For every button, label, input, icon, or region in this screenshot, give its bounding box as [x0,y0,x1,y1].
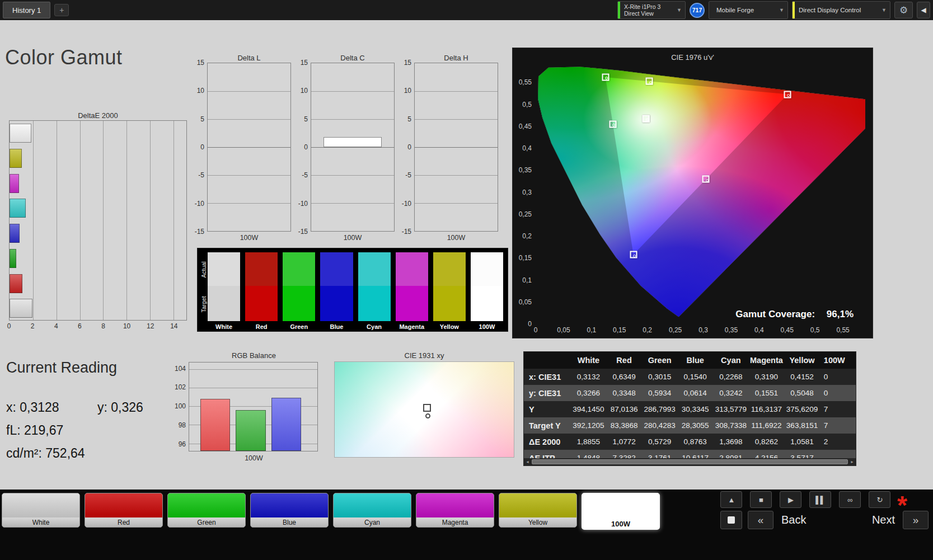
pattern-button-yellow[interactable]: Yellow [499,493,577,528]
y-value: y: 0,326 [97,400,143,415]
pattern-label: Red [85,517,162,527]
xy-measured-marker [425,413,430,418]
square-icon [728,516,735,524]
x-tick-label: 0,5 [810,326,820,334]
prev-page-button[interactable]: « [748,511,773,529]
gridline [415,91,498,92]
display-status-accent [793,2,795,18]
swatch-label: Cyan [358,323,391,330]
actual-swatch [433,252,466,286]
pattern-button-white[interactable]: White [2,493,80,528]
gridline [208,175,290,176]
scrollbar-thumb[interactable] [532,459,848,464]
scroll-left-arrow[interactable]: ◄ [524,458,531,465]
pattern-label: Cyan [334,517,411,527]
cell: 392,1205 [571,421,607,430]
green-target-marker [602,73,609,81]
red-target-marker [784,91,791,98]
y-tick-label: 0,45 [519,123,532,130]
cell: 0,5729 [642,437,678,446]
gridline [174,121,174,320]
rgb-balance-plot-area [189,362,318,451]
history-tab[interactable]: History 1 [3,2,50,18]
display-control-dropdown[interactable]: Direct Display Control ▼ [792,1,890,19]
swatch-label: Green [283,323,315,330]
scroll-right-arrow[interactable]: ► [848,458,856,465]
pause-button[interactable]: ▌▌ [809,491,831,508]
delta-c-y-axis: 151050-5-10-15 [295,63,311,232]
swatch-label: Red [245,323,278,330]
play-button[interactable]: ▶ [780,491,801,508]
top-toolbar: History 1 + X-Rite i1Pro 3 Direct View ▼… [0,0,933,20]
meter-mode-label: Direct View [624,10,660,17]
y-tick-label: -15 [298,228,308,236]
x-tick-label: 0,2 [643,326,652,334]
swatch-magenta: Magenta [396,252,428,331]
cell: 363,8151 [784,421,820,430]
cell: 28,3055 [677,421,713,430]
rgb-bar-red [200,399,231,451]
y-tick-label: 0 [407,143,411,151]
actual-swatch [283,252,315,286]
back-label[interactable]: Back [779,514,808,526]
fl-readout: fL: 219,67 [6,423,143,438]
table-horizontal-scrollbar[interactable]: ◄ ► [524,458,856,465]
pattern-swatch [168,493,245,517]
white-target-marker [643,115,650,122]
column-header: White [571,356,607,365]
pattern-swatch [499,493,576,517]
x-tick-label: 14 [170,322,177,330]
gridline [311,203,394,204]
cell: 313,5779 [713,405,749,413]
loop-button[interactable]: ∞ [839,491,861,508]
pattern-label: Magenta [416,517,494,527]
row-label: Target Y [524,421,571,430]
eject-button[interactable]: ▲ [720,491,742,508]
chevron-down-icon: ▼ [875,7,887,13]
measurement-table-rows: WhiteRedGreenBlueCyanMagentaYellow100Wx:… [524,352,856,466]
chart-title: Delta C [311,54,395,62]
x-tick-label: 6 [78,322,82,330]
swatch-100w: 100W [471,252,503,331]
pattern-button-100w[interactable]: 100W [582,493,660,530]
gamut-coverage-readout: Gamut Coverage: 96,1% [735,309,854,320]
x-tick-label: 2 [31,322,35,330]
actual-swatch [320,252,353,286]
xy-readout: x: 0,3128 y: 0,326 [6,400,143,415]
pattern-button-cyan[interactable]: Cyan [333,493,411,528]
meter-count-badge[interactable]: 717 [690,3,705,18]
swatch-green: Green [283,252,315,331]
cell: 0,3348 [606,389,642,397]
gridline [415,203,498,204]
y-tick-label: 0,55 [519,78,532,86]
pattern-swatch [85,493,162,517]
delta-c-chart: Delta C 151050-5-10-15 100W [295,54,395,242]
pattern-button-green[interactable]: Green [167,493,246,528]
pattern-button-red[interactable]: Red [85,493,163,528]
swatch-label: Blue [320,323,353,330]
pattern-button-blue[interactable]: Blue [250,493,329,528]
y-tick-label: -5 [405,171,411,179]
stop-fill-button[interactable] [720,511,742,529]
target-swatch [208,286,240,321]
pattern-swatch [416,493,494,517]
add-tab-button[interactable]: + [54,4,69,16]
x-tick-label: 0 [7,322,11,330]
collapse-panel-button[interactable]: ◀ [917,2,930,18]
swatch-columns: WhiteRedGreenBlueCyanMagentaYellow100W [208,252,503,331]
actual-swatch [358,252,391,286]
stop-button[interactable]: ■ [750,491,772,508]
meter-dropdown[interactable]: X-Rite i1Pro 3 Direct View ▼ [617,1,686,19]
next-label[interactable]: Next [870,514,897,526]
xy-target-marker [423,404,431,412]
y-tick-label: 15 [197,59,204,67]
pattern-label: Yellow [499,517,576,527]
refresh-button[interactable]: ↻ [869,491,890,508]
settings-gear-button[interactable]: ⚙ [894,2,913,18]
gridline [311,119,394,120]
delta-h-plot-area [414,63,498,232]
pattern-source-dropdown[interactable]: Mobile Forge ▼ [709,1,788,19]
deltae-bar-white [10,124,31,143]
pattern-button-magenta[interactable]: Magenta [416,493,494,528]
cell: 280,4283 [642,421,678,430]
